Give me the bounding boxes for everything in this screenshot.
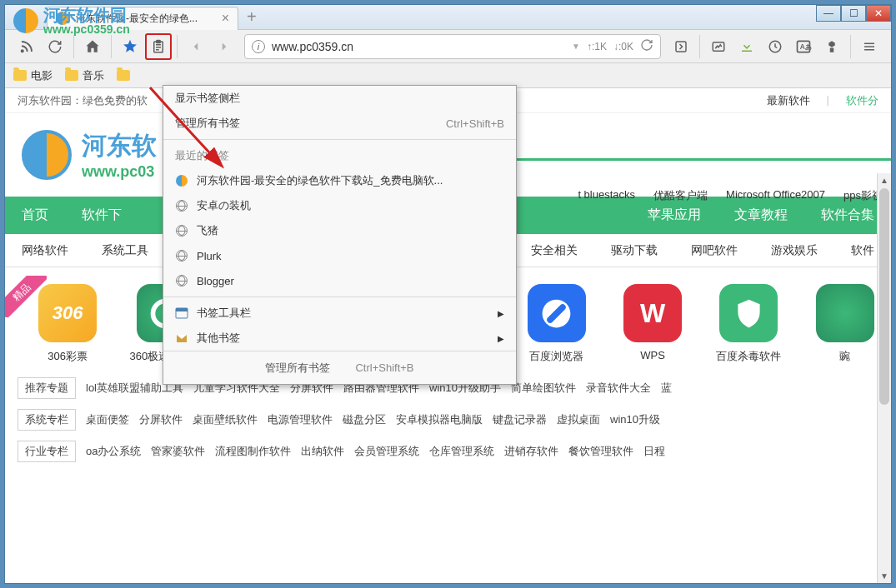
screenshot-icon[interactable] — [705, 33, 732, 60]
tag-link[interactable]: 磁盘分区 — [343, 412, 386, 427]
bookmark-folder-music[interactable]: 音乐 — [65, 68, 104, 83]
rss-icon[interactable] — [13, 33, 40, 60]
scroll-down-icon[interactable]: ▼ — [878, 569, 891, 583]
tag-link[interactable]: 会员管理系统 — [354, 444, 419, 459]
tag-link[interactable]: oa办公系统 — [86, 444, 141, 459]
keyword-link[interactable]: Microsoft Office2007 — [726, 188, 825, 203]
svg-rect-10 — [864, 49, 874, 51]
bookmarks-dropdown: 显示书签侧栏 管理所有书签 Ctrl+Shift+B 最近的书签 河东软件园-最… — [163, 85, 517, 385]
scrollbar[interactable]: ▲ ▼ — [877, 173, 891, 583]
jingpin-badge: 精品 — [5, 276, 47, 317]
bookmark-star-icon[interactable] — [117, 33, 143, 60]
dd-recent-1[interactable]: 河东软件园-最安全的绿色软件下载站_免费电脑软... — [163, 168, 516, 193]
tag-link[interactable]: 桌面便签 — [86, 412, 129, 427]
dd-other[interactable]: 其他书签 ▶ — [163, 326, 516, 351]
app-wandou[interactable]: 豌 — [812, 284, 878, 364]
downloads-icon[interactable] — [733, 33, 760, 60]
tag-link[interactable]: 管家婆软件 — [151, 444, 205, 459]
dd-recent-2[interactable]: 安卓の装机 — [163, 193, 516, 218]
dd-separator — [163, 296, 516, 297]
bookmark-folder-movies[interactable]: 电影 — [13, 68, 53, 83]
app-baidu[interactable]: 百度浏览器 — [523, 284, 590, 364]
subnav-item[interactable]: 游戏娱乐 — [754, 243, 834, 258]
app-wps[interactable]: WWPS — [619, 284, 686, 364]
goto-icon[interactable] — [668, 33, 694, 60]
maximize-button[interactable]: ☐ — [841, 5, 866, 22]
chevron-right-icon: ▶ — [498, 309, 504, 318]
app-icon — [816, 284, 874, 342]
translate-icon[interactable]: Aあ — [790, 33, 817, 60]
svg-rect-3 — [676, 42, 686, 52]
menu-icon[interactable] — [856, 33, 883, 60]
dd-footer[interactable]: 管理所有书签 Ctrl+Shift+B — [163, 351, 516, 384]
dd-label: Blogger — [197, 275, 234, 287]
tag-link[interactable]: 电源管理软件 — [268, 412, 333, 427]
tag-link[interactable]: 餐饮管理软件 — [568, 444, 633, 459]
tag-link[interactable]: 流程图制作软件 — [215, 444, 291, 459]
tags-category: 推荐专题 — [18, 377, 76, 399]
tag-link[interactable]: 桌面壁纸软件 — [193, 412, 258, 427]
tag-link[interactable]: 安卓模拟器电脑版 — [396, 412, 483, 427]
dd-separator — [163, 139, 516, 140]
home-icon[interactable] — [79, 33, 106, 60]
site-info-icon[interactable]: i — [252, 40, 265, 53]
subnav-item[interactable]: 驱动下载 — [594, 243, 674, 258]
app-shadu[interactable]: 百度杀毒软件 — [715, 284, 782, 364]
subnav-item[interactable]: 安全相关 — [514, 243, 594, 258]
link-newest[interactable]: 最新软件 — [767, 93, 810, 108]
dd-recent-4[interactable]: Plurk — [163, 243, 516, 268]
back-icon[interactable] — [183, 33, 209, 60]
upload-speed: ↑:1K — [587, 41, 607, 52]
dd-recent-5[interactable]: Blogger — [163, 268, 516, 293]
subnav-item[interactable]: 网吧软件 — [674, 243, 754, 258]
subnav-item[interactable]: 系统工具 — [85, 243, 165, 258]
bookmark-folder-3[interactable] — [117, 70, 130, 81]
tag-link[interactable]: win10升级 — [610, 412, 660, 427]
nav-home[interactable]: 首页 — [5, 197, 65, 234]
site-logo-url: www.pc03 — [82, 163, 157, 181]
sync-icon[interactable] — [42, 33, 68, 60]
dd-recent-3[interactable]: 飞猪 — [163, 218, 516, 243]
tag-link[interactable]: 日程 — [643, 444, 665, 459]
scroll-thumb[interactable] — [879, 188, 889, 405]
link-rank[interactable]: 软件分 — [846, 93, 878, 108]
globe-icon — [175, 224, 188, 237]
tag-link[interactable]: 出纳软件 — [301, 444, 344, 459]
tag-link[interactable]: 虚拟桌面 — [557, 412, 600, 427]
new-tab-button[interactable]: + — [247, 7, 257, 27]
svg-rect-2 — [157, 40, 161, 42]
keyword-link[interactable]: t bluestacks — [578, 188, 635, 203]
skin-icon[interactable] — [818, 33, 845, 60]
tag-link[interactable]: 蓝 — [661, 381, 672, 396]
bookmark-label: 音乐 — [83, 68, 104, 83]
site-logo[interactable]: 河东软 www.pc03 — [22, 129, 157, 181]
tag-link[interactable]: 键盘记录器 — [493, 412, 547, 427]
tag-link[interactable]: 进销存软件 — [504, 444, 558, 459]
app-label: 百度杀毒软件 — [716, 349, 781, 364]
dd-show-sidebar[interactable]: 显示书签侧栏 — [163, 86, 516, 111]
reload-icon[interactable] — [640, 38, 653, 55]
dd-manage-all[interactable]: 管理所有书签 Ctrl+Shift+B — [163, 111, 516, 136]
bookmark-label: 电影 — [31, 68, 53, 83]
tag-link[interactable]: 分屏软件 — [139, 412, 183, 427]
tag-link[interactable]: 录音软件大全 — [586, 381, 651, 396]
minimize-button[interactable]: — — [816, 5, 841, 22]
close-button[interactable]: ✕ — [866, 5, 891, 22]
bookmarks-menu-button[interactable] — [145, 33, 172, 60]
watermark-url: www.pc0359.cn — [43, 23, 130, 35]
forward-icon[interactable] — [211, 33, 238, 60]
scroll-up-icon[interactable]: ▲ — [878, 173, 891, 187]
app-label: 豌 — [839, 349, 850, 364]
subnav-item[interactable]: 网络软件 — [5, 243, 85, 258]
tag-link[interactable]: 仓库管理系统 — [429, 444, 494, 459]
keyword-link[interactable]: 优酷客户端 — [653, 188, 708, 203]
dropdown-arrow-icon[interactable]: ▼ — [572, 42, 580, 51]
url-bar[interactable]: i www.pc0359.cn ▼ ↑:1K ↓:0K — [244, 34, 661, 59]
tab-close-icon[interactable]: × — [222, 11, 229, 26]
site-logo-icon — [22, 130, 72, 180]
dd-shortcut: Ctrl+Shift+B — [446, 117, 504, 130]
dd-toolbar[interactable]: 书签工具栏 ▶ — [163, 301, 516, 326]
history-icon[interactable] — [762, 33, 788, 60]
tag-link[interactable]: 简单绘图软件 — [511, 381, 576, 396]
nav-download[interactable]: 软件下 — [65, 197, 138, 234]
